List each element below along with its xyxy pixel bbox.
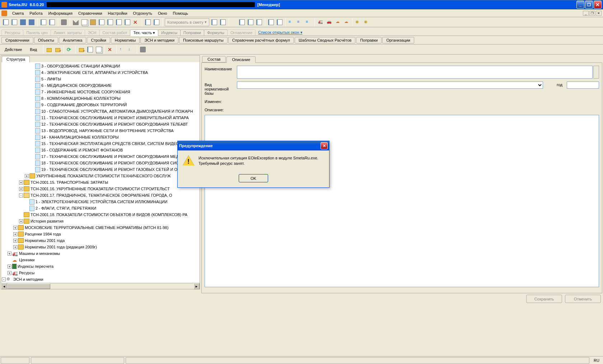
tb-grid2-icon[interactable] [247,18,254,26]
tree-expander[interactable]: + [19,219,23,223]
doctab-1[interactable]: Панель цен [23,29,51,36]
tree-row[interactable]: 17 - ТЕХНИЧЕСКОЕ ОБСЛУЖИВАНИЕ И РЕМОНТ О… [2,153,199,160]
tree-row[interactable]: -⚙ЭСН и методики [2,276,199,283]
tree-expander[interactable]: + [13,232,17,236]
doctab-8[interactable]: Формулы [204,29,228,36]
act-print-icon[interactable] [139,46,147,53]
tree-row[interactable]: 15 - ТЕХНИЧЕСКАЯ ЭКСПЛУАТАЦИЯ СРЕДСТВ СВ… [2,140,199,147]
tb-ext2-icon[interactable] [219,18,227,26]
tree-expander[interactable]: + [25,174,29,178]
act-up-icon[interactable]: ↑ [118,46,126,53]
menu-4[interactable]: Настройки [105,10,130,16]
doctab-9[interactable]: Оглавление [227,29,256,36]
tb-coin2-icon[interactable]: ◉ [363,18,371,26]
doctab-4[interactable]: Состав работ [99,29,131,36]
tb-cloud2-icon[interactable]: ☁ [342,18,350,26]
tree-row[interactable]: 11 - ТЕХНИЧЕСКОЕ ОБСЛУЖИВАНИЕ И РЕМОНТ И… [2,115,199,121]
hscroll-right-icon[interactable]: ► [193,283,200,289]
tree-row[interactable]: 3 - ОБОРУДОВАНИЕ СТАНЦИИ АЭРАЦИИ [2,63,199,69]
tree-row[interactable]: 8 - КОММУНИКАЦИОННЫЕ КОЛЛЕКТОРЫ [2,95,199,102]
act-down-icon[interactable]: ↓ [127,46,135,53]
cancel-button[interactable]: Отменить [565,295,601,303]
tree-expander[interactable]: + [13,245,17,249]
tb-edit-icon[interactable] [123,18,131,26]
act-refresh-icon[interactable]: ⟳ [66,46,74,53]
tree-row[interactable]: 5 - ЛИФТЫ [2,76,199,82]
tb-grid3-icon[interactable] [255,18,263,26]
tree-expander[interactable]: + [19,181,23,185]
sectab-0[interactable]: Справочники [1,37,33,43]
base-select[interactable] [237,81,543,89]
tree-row[interactable]: +Индексы пересчета [2,263,199,270]
act-fold3-icon[interactable] [78,46,85,53]
tree-expander[interactable]: - [2,277,6,281]
tb-doc2-icon[interactable] [106,18,114,26]
name-scroll[interactable] [593,66,599,79]
hscroll-thumb[interactable] [7,284,50,289]
tb-import-icon[interactable] [48,18,56,26]
tree-expander[interactable]: + [8,271,11,275]
open-windows-link[interactable]: Список открытых окон ▾ [255,29,305,36]
tb-ext1-icon[interactable] [210,18,218,26]
mdi-restore-button[interactable]: ❐ [589,11,595,16]
doctab-6[interactable]: Индексы [158,29,181,36]
save-button[interactable]: Сохранить [526,295,562,303]
dialog-title-bar[interactable]: Предупреждение ✕ [178,141,329,150]
dialog-close-button[interactable]: ✕ [321,142,328,149]
sectab-5[interactable]: ЭСН и методики [140,37,178,43]
view-menu[interactable]: Вид [27,46,40,53]
tb-del-icon[interactable]: ✕ [132,18,140,26]
tree-row[interactable]: 14 - КАНАЛИЗАЦИОННЫЕ КОЛЛЕКТОРЫ [2,134,199,140]
tb-list3-icon[interactable]: ≡ [305,18,313,26]
tree-row[interactable]: 19 - ТЕХНИЧЕСКОЕ ОБСЛУЖИВАНИЕ И РЕМОНТ Г… [2,166,199,173]
tb-paste-icon[interactable] [89,18,97,26]
tab-opisanie[interactable]: Описание [226,56,256,63]
menu-1[interactable]: Работа [27,10,45,16]
tree-row[interactable]: 16 - СОДЕРЖАНИЕ И РЕМОНТ ФОНТАНОВ [2,147,199,153]
structure-tab[interactable]: Структура [2,56,30,62]
sectab-2[interactable]: Аналитика [59,37,86,43]
tree-row[interactable]: 1 - ЭЛЕКТРОТЕХНИЧЕСКИЕ УСТРОЙСТВА СИСТЕМ… [2,199,199,205]
act-fold1-icon[interactable] [45,46,53,53]
tab-sostav[interactable]: Состав [202,56,226,62]
copy-to-estimate-button[interactable]: Копировать в смету ▾ [165,18,209,26]
sectab-1[interactable]: Объекты [34,37,58,43]
tb-tree-icon[interactable] [276,18,284,26]
tree-row[interactable]: 7 - ИНЖЕНЕРНЫЕ МОСТОВЫЕ СООРУЖЕНИЯ [2,89,199,95]
tree-row[interactable]: +МОСКОВСКИЕ ТЕРРИТОРИАЛЬНЫЕ СМЕТНЫЕ НОРМ… [2,224,199,231]
tb-save-icon[interactable] [19,18,27,26]
tree-row[interactable]: 12 - ТЕХНИЧЕСКОЕ ОБСЛУЖИВАНИЕ И РЕМОНТ О… [2,121,199,127]
tree-row[interactable]: +🚛Машины и механизмы [2,250,199,257]
sectab-4[interactable]: Нормативы [111,37,140,43]
tree-row[interactable]: +Нормативы 2001 года [2,237,199,244]
tree-row[interactable]: +Расценки 1984 года [2,231,199,237]
tree-expander[interactable]: + [13,226,17,230]
sectab-10[interactable]: Организации [382,37,414,43]
close-button[interactable]: ✕ [594,1,602,9]
tb-filter-icon[interactable] [153,18,160,26]
tb-copy-icon[interactable] [80,18,88,26]
act-del-icon[interactable]: ✕ [107,46,114,53]
act-copy-icon[interactable] [95,46,103,53]
restore-button[interactable]: ❐ [585,1,593,9]
menu-7[interactable]: Помощь [170,10,191,16]
tb-open-icon[interactable] [10,18,18,26]
tb-list2-icon[interactable]: ≡ [296,18,304,26]
menu-0[interactable]: Смета [9,10,27,16]
tb-grid1-icon[interactable] [238,18,246,26]
sectab-3[interactable]: Стройки [87,37,110,43]
year-input[interactable] [567,81,599,89]
tree-row[interactable]: +История развития [2,218,199,224]
tree-expander[interactable]: + [8,265,11,269]
tb-doc3-icon[interactable] [115,18,123,26]
dialog-ok-button[interactable]: OK [239,174,268,182]
doctab-2[interactable]: Лимит. затраты [51,29,85,36]
menu-3[interactable]: Справочники [75,10,105,16]
act-page-icon[interactable] [86,46,94,53]
tb-export-icon[interactable] [39,18,47,26]
name-input[interactable] [237,66,593,79]
tb-doc1-icon[interactable] [98,18,106,26]
tree-view[interactable]: 3 - ОБОРУДОВАНИЕ СТАНЦИИ АЭРАЦИИ4 - ЭЛЕК… [1,62,200,283]
mdi-close-button[interactable]: ✕ [596,11,602,16]
tb-car2-icon[interactable]: 🚗 [325,18,333,26]
